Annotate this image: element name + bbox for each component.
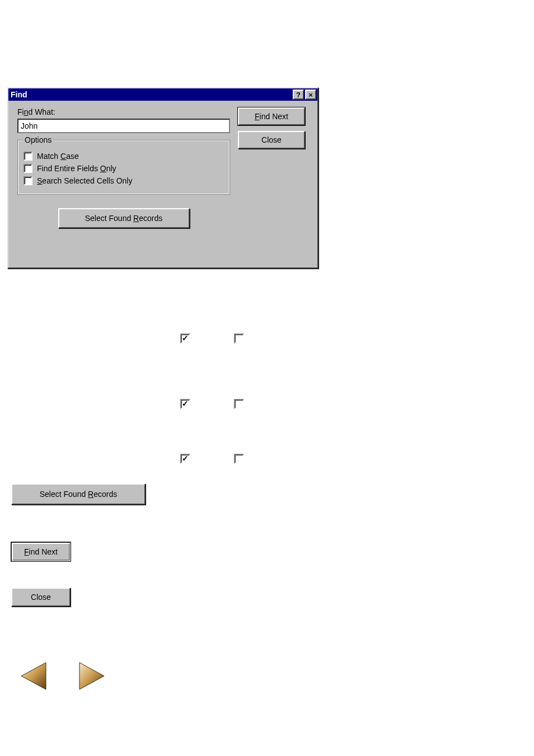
dialog-left-column: Find What: Options Match Case Find Entir… (17, 107, 230, 228)
close-button[interactable]: Close (238, 131, 305, 149)
select-found-records-label: Select Found Records (85, 214, 163, 223)
options-group-label: Options (22, 135, 54, 144)
find-next-label-standalone: Find Next (24, 547, 58, 556)
find-what-label: Find What: (17, 107, 230, 116)
back-arrow-icon[interactable] (16, 658, 51, 694)
match-case-label: Match Case (37, 152, 79, 161)
find-next-label: Find Next (255, 112, 288, 121)
forward-arrow-icon[interactable] (74, 658, 110, 694)
select-found-records-label-standalone: Select Found Records (40, 490, 118, 499)
find-next-button[interactable]: Find Next (238, 107, 305, 125)
dialog-titlebar[interactable]: Find ? × (8, 88, 317, 101)
close-label: Close (261, 135, 282, 144)
demo-checkbox-unchecked-3[interactable] (234, 454, 244, 464)
close-button-standalone[interactable]: Close (11, 588, 71, 607)
search-selected-checkbox[interactable] (24, 176, 32, 185)
close-icon[interactable]: × (305, 90, 316, 100)
select-found-records-button[interactable]: Select Found Records (58, 208, 190, 228)
select-found-records-button-standalone[interactable]: Select Found Records (11, 483, 146, 505)
titlebar-buttons: ? × (292, 90, 316, 100)
match-case-row[interactable]: Match Case (24, 152, 224, 161)
dialog-title: Find (11, 90, 27, 99)
demo-checkbox-checked-2[interactable] (180, 399, 190, 409)
search-selected-label: Search Selected Cells Only (37, 176, 132, 185)
find-what-input[interactable] (17, 119, 230, 133)
nav-arrows (16, 658, 110, 694)
find-entire-fields-row[interactable]: Find Entire Fields Only (24, 164, 224, 173)
demo-checkbox-checked-1[interactable] (180, 334, 190, 344)
help-icon[interactable]: ? (293, 90, 304, 100)
demo-checkbox-unchecked-2[interactable] (234, 399, 244, 409)
match-case-checkbox[interactable] (24, 152, 32, 161)
dialog-body: Find What: Options Match Case Find Entir… (8, 101, 317, 234)
find-next-button-standalone[interactable]: Find Next (11, 542, 71, 561)
options-group: Options Match Case Find Entire Fields On… (17, 140, 230, 195)
dialog-right-column: Find Next Close (238, 107, 311, 228)
svg-marker-0 (21, 663, 46, 689)
find-entire-fields-checkbox[interactable] (24, 164, 32, 173)
demo-checkbox-checked-3[interactable] (180, 454, 190, 464)
svg-marker-1 (79, 663, 104, 689)
find-dialog: Find ? × Find What: Options Match Case F… (7, 87, 318, 269)
close-label-standalone: Close (31, 593, 51, 602)
search-selected-row[interactable]: Search Selected Cells Only (24, 176, 224, 185)
find-entire-fields-label: Find Entire Fields Only (37, 164, 116, 173)
demo-checkbox-unchecked-1[interactable] (234, 334, 244, 344)
